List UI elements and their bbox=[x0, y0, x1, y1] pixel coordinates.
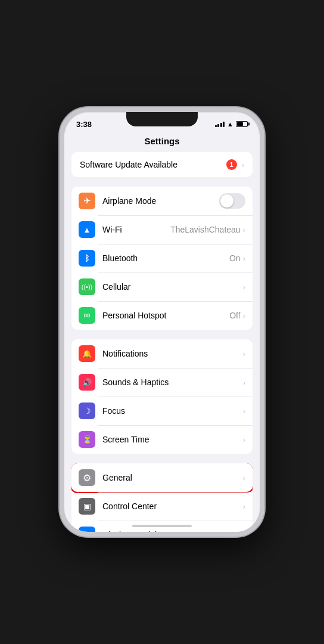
cellular-chevron-icon: › bbox=[243, 283, 245, 292]
airplane-mode-icon-wrapper: ✈ bbox=[79, 193, 95, 209]
display-chevron-icon: › bbox=[243, 531, 245, 532]
update-badge: 1 bbox=[226, 159, 237, 170]
notifications-icon: 🔔 bbox=[82, 349, 92, 358]
control-center-icon-wrapper: ▣ bbox=[79, 498, 95, 515]
display-icon: AA bbox=[82, 531, 92, 532]
wifi-row[interactable]: ▲ Wi-Fi TheLavishChateau › bbox=[71, 215, 253, 244]
update-text: Software Update Available bbox=[80, 160, 177, 169]
airplane-mode-icon: ✈ bbox=[83, 196, 91, 206]
cellular-icon: ((•)) bbox=[82, 283, 93, 290]
focus-icon: ☽ bbox=[83, 406, 91, 416]
focus-icon-wrapper: ☽ bbox=[79, 402, 95, 419]
sounds-chevron-icon: › bbox=[243, 378, 245, 387]
airplane-mode-label: Airplane Mode bbox=[102, 196, 219, 206]
hotspot-value: Off bbox=[229, 311, 240, 320]
focus-label: Focus bbox=[102, 406, 243, 416]
battery-icon bbox=[236, 121, 248, 127]
signal-bar-1 bbox=[215, 125, 217, 127]
bluetooth-label: Bluetooth bbox=[102, 253, 229, 263]
home-indicator bbox=[132, 525, 192, 527]
bluetooth-value: On bbox=[229, 253, 241, 263]
general-label: General bbox=[102, 473, 243, 482]
page-title: Settings bbox=[64, 134, 260, 152]
focus-chevron-icon: › bbox=[243, 407, 245, 416]
personal-hotspot-row[interactable]: ∞ Personal Hotspot Off › bbox=[71, 301, 253, 330]
focus-row[interactable]: ☽ Focus › bbox=[71, 397, 253, 425]
wifi-chevron-icon: › bbox=[243, 225, 245, 234]
airplane-mode-toggle[interactable] bbox=[219, 193, 245, 209]
general-icon-wrapper: ⚙ bbox=[79, 469, 95, 486]
wifi-status-icon: ▲ bbox=[227, 120, 233, 128]
notifications-icon-wrapper: 🔔 bbox=[79, 345, 95, 362]
signal-bar-2 bbox=[217, 124, 219, 127]
bluetooth-row[interactable]: ᛒ Bluetooth On › bbox=[71, 244, 253, 273]
notch bbox=[126, 112, 198, 126]
cellular-label: Cellular bbox=[102, 282, 243, 292]
phone-frame: 3:38 ▲ Settings Software Update Availabl… bbox=[60, 107, 264, 537]
bluetooth-icon-wrapper: ᛒ bbox=[79, 250, 95, 267]
system-group: ⚙ General › ▣ Control Center › AA Displa… bbox=[71, 463, 253, 532]
screen-time-label: Screen Time bbox=[102, 435, 243, 444]
cellular-row[interactable]: ((•)) Cellular › bbox=[71, 273, 253, 301]
signal-bars-icon bbox=[215, 121, 225, 127]
bluetooth-chevron-icon: › bbox=[243, 254, 245, 263]
update-chevron-icon: › bbox=[242, 160, 244, 169]
software-update-banner[interactable]: Software Update Available 1 › bbox=[71, 152, 253, 177]
airplane-mode-row[interactable]: ✈ Airplane Mode bbox=[71, 187, 253, 215]
notifications-chevron-icon: › bbox=[243, 349, 245, 358]
hotspot-label: Personal Hotspot bbox=[102, 311, 229, 320]
connectivity-group: ✈ Airplane Mode ▲ Wi-Fi TheLavishChateau… bbox=[71, 187, 253, 330]
status-time: 3:38 bbox=[76, 120, 92, 129]
hotspot-icon-wrapper: ∞ bbox=[79, 307, 95, 324]
signal-bar-4 bbox=[223, 122, 225, 127]
screen-time-icon-wrapper: ⏳ bbox=[79, 431, 95, 448]
hotspot-icon: ∞ bbox=[83, 310, 90, 321]
display-brightness-label: Display & Brightness bbox=[102, 530, 243, 532]
notifications-row[interactable]: 🔔 Notifications › bbox=[71, 339, 253, 368]
screen-time-chevron-icon: › bbox=[243, 435, 245, 444]
display-icon-wrapper: AA bbox=[79, 527, 95, 532]
control-center-chevron-icon: › bbox=[243, 502, 245, 511]
screen-time-row[interactable]: ⏳ Screen Time › bbox=[71, 425, 253, 454]
sounds-haptics-label: Sounds & Haptics bbox=[102, 377, 243, 387]
control-center-label: Control Center bbox=[102, 501, 243, 511]
control-center-icon: ▣ bbox=[83, 501, 91, 511]
sounds-icon-wrapper: 🔊 bbox=[79, 374, 95, 391]
cellular-icon-wrapper: ((•)) bbox=[79, 278, 95, 295]
battery-fill bbox=[237, 122, 243, 126]
sounds-haptics-row[interactable]: 🔊 Sounds & Haptics › bbox=[71, 368, 253, 397]
wifi-icon-wrapper: ▲ bbox=[79, 221, 95, 238]
wifi-label: Wi-Fi bbox=[102, 225, 170, 234]
general-icon: ⚙ bbox=[83, 472, 91, 484]
status-icons: ▲ bbox=[215, 120, 248, 128]
update-right: 1 › bbox=[226, 159, 244, 170]
general-chevron-icon: › bbox=[243, 473, 245, 482]
settings-screen: Settings Software Update Available 1 › ✈… bbox=[64, 134, 260, 532]
signal-bar-3 bbox=[220, 123, 222, 127]
general-row[interactable]: ⚙ General › bbox=[71, 463, 253, 492]
hotspot-chevron-icon: › bbox=[243, 311, 245, 320]
screen-time-icon: ⏳ bbox=[82, 435, 92, 444]
wifi-icon: ▲ bbox=[83, 225, 91, 234]
airplane-mode-toggle-thumb bbox=[220, 194, 233, 208]
notifications-group: 🔔 Notifications › 🔊 Sounds & Haptics › ☽… bbox=[71, 339, 253, 454]
bluetooth-icon: ᛒ bbox=[85, 253, 89, 263]
sounds-icon: 🔊 bbox=[82, 378, 92, 387]
notifications-label: Notifications bbox=[102, 349, 243, 358]
control-center-row[interactable]: ▣ Control Center › bbox=[71, 492, 253, 521]
wifi-value: TheLavishChateau bbox=[170, 225, 241, 234]
